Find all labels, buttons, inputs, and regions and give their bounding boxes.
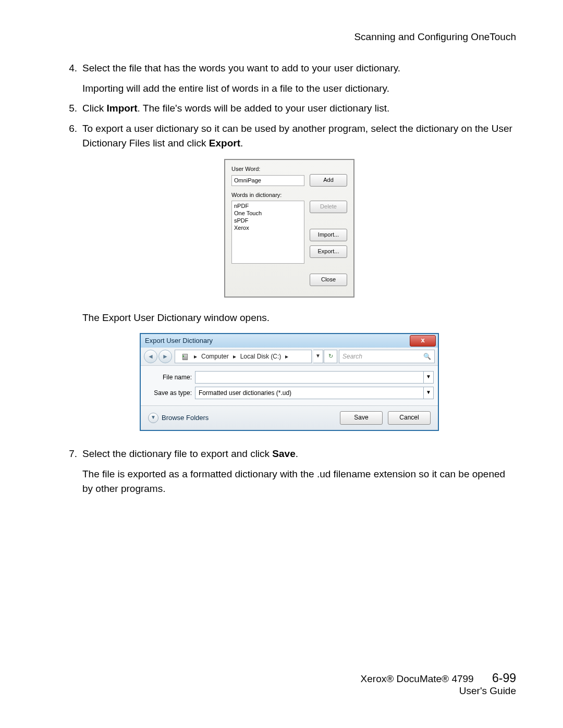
import-button[interactable]: Import...	[310, 229, 347, 241]
close-icon[interactable]: x	[410, 335, 436, 347]
browse-folders-label[interactable]: Browse Folders	[162, 413, 209, 423]
saveastype-dropdown[interactable]: ▼	[424, 387, 434, 399]
step-number: 4.	[63, 61, 82, 76]
list-item[interactable]: One Touch	[234, 209, 302, 217]
breadcrumb-item[interactable]: Local Disk (C:)	[240, 352, 282, 361]
saveastype-select[interactable]: Formatted user dictionaries (*.ud)	[195, 387, 424, 399]
breadcrumb-separator: ▸	[233, 352, 236, 361]
saveastype-label: Save as type:	[145, 388, 195, 398]
text: . The file's words will be added to your…	[138, 103, 390, 114]
step-text: Click Import. The file's words will be a…	[82, 101, 516, 116]
user-word-input[interactable]: OmniPage	[231, 175, 304, 186]
list-item[interactable]: Xerox	[234, 224, 302, 231]
text: Select the dictionary file to export and…	[82, 448, 272, 459]
bold-text: Import	[106, 103, 137, 114]
page-number: 6-99	[492, 671, 516, 685]
drive-icon	[180, 353, 190, 360]
label-words-in-dictionary: Words in dictionary:	[231, 191, 347, 200]
cancel-button[interactable]: Cancel	[388, 411, 431, 425]
list-item[interactable]: nPDF	[234, 202, 302, 209]
breadcrumb-separator: ▸	[194, 352, 197, 361]
address-breadcrumb[interactable]: ▸ Computer ▸ Local Disk (C:) ▸	[175, 350, 312, 363]
text: Click	[82, 103, 106, 114]
export-button[interactable]: Export...	[310, 245, 347, 258]
nav-back-button[interactable]: ◄	[144, 350, 157, 363]
address-dropdown[interactable]: ▼	[313, 350, 323, 363]
step-number: 6.	[63, 121, 82, 151]
save-button[interactable]: Save	[340, 411, 383, 425]
delete-button[interactable]: Delete	[310, 201, 347, 213]
footer-sub: User's Guide	[361, 685, 516, 697]
nav-forward-button[interactable]: ►	[158, 350, 172, 363]
step-number: 7.	[63, 447, 82, 462]
filename-label: File name:	[145, 373, 195, 382]
bold-text: Save	[272, 448, 295, 459]
export-dictionary-dialog: Export User Dictionary x ◄ ► ▸ Computer …	[140, 333, 439, 431]
text: .	[240, 138, 243, 149]
filename-input[interactable]	[195, 371, 424, 384]
label-user-word: User Word:	[231, 165, 347, 174]
refresh-button[interactable]: ↻	[324, 350, 337, 363]
breadcrumb-separator: ▸	[285, 352, 288, 361]
dialog-title: Export User Dictionary	[145, 336, 213, 346]
step-number: 5.	[63, 101, 82, 116]
search-input[interactable]: Search 🔍	[339, 350, 435, 363]
text: To export a user dictionary so it can be…	[82, 123, 512, 149]
filename-dropdown[interactable]: ▼	[424, 371, 434, 384]
list-item[interactable]: sPDF	[234, 217, 302, 224]
step-text: The Export User Dictionary window opens.	[82, 311, 516, 326]
step-text: The file is exported as a formatted dict…	[82, 467, 516, 497]
expand-folders-button[interactable]: ▼	[148, 413, 158, 423]
section-header: Scanning and Configuring OneTouch	[63, 31, 516, 43]
close-button[interactable]: Close	[310, 274, 347, 286]
breadcrumb-item[interactable]: Computer	[201, 352, 229, 361]
step-text: Importing will add the entire list of wo…	[82, 81, 516, 96]
user-word-dialog: User Word: OmniPage Add Words in diction…	[224, 159, 354, 298]
step-text: To export a user dictionary so it can be…	[82, 121, 516, 151]
search-placeholder: Search	[342, 352, 362, 361]
search-icon: 🔍	[423, 352, 431, 361]
step-text: Select the dictionary file to export and…	[82, 447, 516, 462]
page-footer: Xerox® DocuMate® 4799 6-99 User's Guide	[361, 671, 516, 697]
bold-text: Export	[209, 138, 240, 149]
step-text: Select the file that has the words you w…	[82, 61, 516, 76]
add-button[interactable]: Add	[310, 174, 347, 187]
dictionary-words-list[interactable]: nPDF One Touch sPDF Xerox	[231, 201, 304, 264]
product-name: Xerox® DocuMate® 4799	[361, 673, 474, 684]
text: .	[296, 448, 298, 459]
